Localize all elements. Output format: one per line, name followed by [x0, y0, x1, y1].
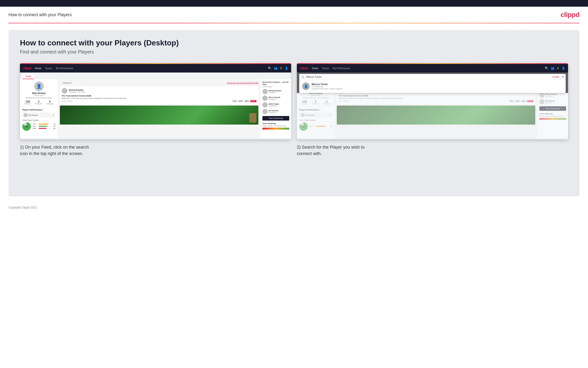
caption-2: 2) Search for the Player you wish toconn… — [297, 144, 568, 157]
bar-ott: OTT 79 — [33, 123, 55, 125]
quality-score: 84 OTT 79 — [22, 122, 55, 131]
profile-role-2: Golf Coach — [299, 94, 332, 97]
heatmap-bar-2 — [539, 118, 566, 120]
stat-followers-2: 3 Followers — [312, 100, 319, 105]
search-close-btn[interactable]: × — [562, 75, 564, 79]
nav-teams[interactable]: Teams — [45, 67, 52, 70]
caption-1: 1) On your Feed, click on the searchicon… — [20, 144, 291, 157]
search-clear-btn[interactable]: CLEAR — [552, 76, 559, 78]
app-right-1: Most Active Players - Last 30 days Last … — [260, 79, 291, 138]
profile-card: 👤 Blair McHarg Golf Coach Mill Ride Golf… — [22, 82, 55, 107]
control-link[interactable]: Control who can see your activity and da… — [227, 82, 258, 84]
player-perf-title-2: Player Performance — [299, 109, 332, 111]
bar-arg: ARG 64 — [33, 128, 55, 129]
screenshot-2-frame: clippd Home Teams My Performance 🔍 👥 ⚙ 👤 — [297, 63, 568, 139]
search-result-club: Cypress Point Club, United Kingdom — [312, 88, 342, 90]
search-icon-in-bar: 🔍 — [301, 75, 304, 78]
heatmap-labels: -5 +5 — [263, 130, 289, 131]
golf-image-1 — [60, 106, 258, 125]
shot-tags: OTT APP ARG PUTT — [232, 100, 256, 102]
header-title: How to connect with your Players — [9, 12, 72, 17]
app-nav-2: clippd Home Teams My Performance 🔍 👥 ⚙ 👤 — [297, 64, 568, 73]
following-btn[interactable]: Following ▾ — [60, 81, 74, 85]
feed-tab-bar-1: Feed — [20, 73, 291, 79]
main-heading: How to connect with your Players (Deskto… — [20, 38, 568, 47]
score-bars-2: OTT 79 — [310, 126, 332, 128]
people-icon[interactable]: 👥 — [274, 66, 277, 70]
screenshot-1-section: clippd Home Teams My Performance 🔍 👥 ⚙ 👤… — [20, 63, 291, 157]
player-perf-title-1: Player Performance — [22, 109, 55, 111]
heatmap-title: Team Heatmap — [263, 122, 289, 125]
profile-icon-2[interactable]: 👤 — [562, 66, 565, 70]
player-info-piers: Piers Parnell Activities: 4 — [269, 96, 280, 100]
feed-header: Following ▾ Control who can see your act… — [60, 81, 258, 85]
profile-club: Mill Ride Golf Club, United Kingdom — [22, 97, 55, 99]
nav-icons: 🔍 👥 ⚙ 👤 — [268, 66, 288, 70]
player-select-name-2: Eli Vincent — [305, 114, 329, 116]
tag-ott[interactable]: OTT — [232, 100, 237, 102]
main-subheading: Find and connect with your Players — [20, 49, 568, 55]
tag-app[interactable]: APP — [238, 100, 243, 102]
nav-my-performance-2[interactable]: My Performance — [333, 67, 350, 70]
player-select-avatar — [24, 113, 27, 117]
player-select-row-2[interactable]: Eli Vincent ▾ — [299, 112, 332, 118]
team-dashboard-btn-2: Team Dashboard — [539, 106, 566, 111]
player-list-eli: Eli Vincent Activities: 1 — [263, 109, 289, 114]
nav-home-2[interactable]: Home — [312, 67, 318, 70]
activity-avatar — [62, 88, 67, 94]
activity-title-2: Pre Tournament Course Walk — [339, 95, 533, 97]
settings-icon-2[interactable]: ⚙ — [557, 66, 559, 70]
logo: clippd — [561, 11, 579, 18]
nav-home[interactable]: Home — [35, 67, 41, 70]
player-list-piers: Piers Parnell Activities: 4 — [263, 96, 289, 101]
score-bars: OTT 79 APP — [33, 123, 55, 130]
profile-stats: 129 Activities 3 Followers 4 Following — [22, 100, 55, 105]
settings-icon[interactable]: ⚙ — [280, 66, 282, 70]
bar-app: APP 70 — [33, 126, 55, 127]
team-dashboard-btn-1[interactable]: Team Dashboard — [263, 116, 289, 120]
top-bar — [0, 0, 588, 7]
player-select-row[interactable]: Eli Vincent ▾ — [22, 112, 55, 118]
nav-teams-2[interactable]: Teams — [322, 67, 329, 70]
people-icon-2[interactable]: 👥 — [551, 66, 554, 70]
activity-footer: 02 hr : 00 min OTT APP ARG PUTT — [62, 100, 256, 102]
header: How to connect with your Players clippd — [0, 7, 588, 23]
app-nav-1: clippd Home Teams My Performance 🔍 👥 ⚙ 👤 — [20, 64, 291, 73]
heatmap-sub-2: Player Quality · 20 Round Trend — [539, 115, 566, 117]
search-result-item[interactable]: 👤 Marcus Turner 1-5 Handicap Cypress Poi… — [301, 82, 564, 91]
score-circle: 84 — [22, 122, 31, 131]
player-select-name: Eli Vincent — [28, 114, 52, 116]
quality-label-2: Total Player Quality — [299, 119, 332, 121]
search-input-text[interactable]: Marcus Turner — [306, 76, 551, 78]
activity-footer-2: 02 hr : 00 min OTT APP ARG PUTT — [339, 100, 533, 102]
player-list-richard: Richard Butler Activities: 7 — [263, 89, 289, 94]
search-icon[interactable]: 🔍 — [268, 66, 272, 70]
search-bar: 🔍 Marcus Turner CLEAR × — [299, 74, 566, 80]
profile-role: Golf Coach — [22, 94, 55, 97]
player-list-eli-2: Eli Vincent Activities: 1 — [539, 99, 566, 104]
main-content: How to connect with your Players (Deskto… — [9, 30, 579, 196]
active-players-title: Most Active Players - Last 30 days — [263, 81, 289, 85]
heatmap-bar — [263, 128, 289, 129]
header-divider — [9, 23, 579, 23]
tag-arg[interactable]: ARG — [244, 100, 250, 102]
stat-activities: 129 Activities — [25, 100, 31, 105]
feed-tab-label-1[interactable]: Feed — [23, 74, 34, 79]
search-icon-2[interactable]: 🔍 — [545, 66, 548, 70]
stat-following-2: 4 Following — [323, 100, 330, 105]
nav-my-performance[interactable]: My Performance — [56, 67, 73, 70]
player-info-hiral: Hiral Pujara Activities: 3 — [269, 103, 279, 107]
app-nav-logo-2: clippd — [300, 66, 308, 70]
app-nav-logo-1: clippd — [23, 66, 31, 70]
tag-putt[interactable]: PUTT — [250, 100, 256, 102]
profile-name: Blair McHarg — [22, 92, 55, 94]
activity-duration: 02 hr : 00 min — [62, 100, 72, 102]
search-result-name: Marcus Turner — [312, 83, 342, 86]
profile-icon[interactable]: 👤 — [285, 66, 288, 70]
stat-activities-2: 129 Activities — [301, 100, 308, 105]
player-select-avatar-2 — [301, 113, 304, 117]
search-overlay-wrapper: 🔍 Marcus Turner CLEAR × 👤 Marcus Turner … — [297, 73, 568, 93]
activity-card: Richard Butler Yesterday · The Grove Pre… — [60, 86, 258, 104]
activity-user-info: Richard Butler Yesterday · The Grove — [69, 89, 86, 93]
heatmap-sub: Player Quality · 20 Round Trend — [263, 125, 289, 127]
